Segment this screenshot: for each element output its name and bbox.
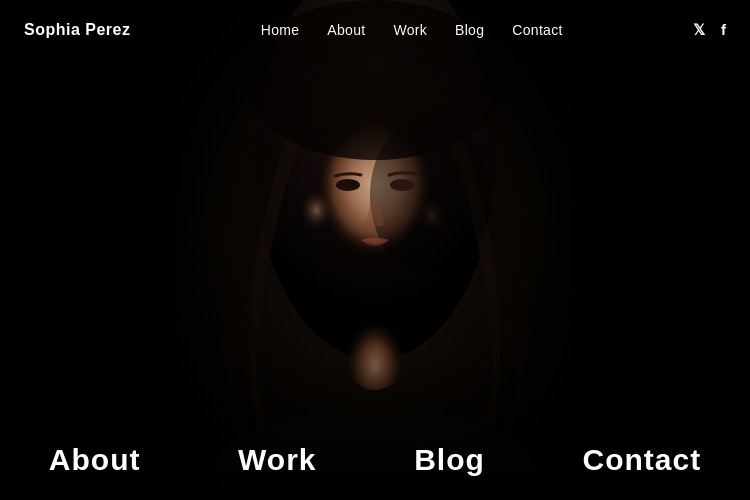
nav-about[interactable]: About [327, 22, 365, 38]
bottom-nav-work[interactable]: Work [238, 443, 316, 477]
brand-name: Sophia Perez [24, 21, 130, 39]
bottom-nav: About Work Blog Contact [0, 420, 750, 500]
social-icons: 𝕏 f [693, 21, 726, 39]
nav-home[interactable]: Home [261, 22, 300, 38]
twitter-icon[interactable]: 𝕏 [693, 21, 705, 39]
bottom-nav-about[interactable]: About [49, 443, 141, 477]
facebook-icon[interactable]: f [721, 21, 726, 39]
nav-work[interactable]: Work [393, 22, 427, 38]
bottom-nav-blog[interactable]: Blog [414, 443, 485, 477]
nav-contact[interactable]: Contact [512, 22, 562, 38]
nav-links: Home About Work Blog Contact [261, 21, 563, 39]
hero-section: Sophia Perez Home About Work Blog Contac… [0, 0, 750, 500]
bottom-nav-contact[interactable]: Contact [583, 443, 702, 477]
nav-blog[interactable]: Blog [455, 22, 484, 38]
navbar: Sophia Perez Home About Work Blog Contac… [0, 0, 750, 60]
